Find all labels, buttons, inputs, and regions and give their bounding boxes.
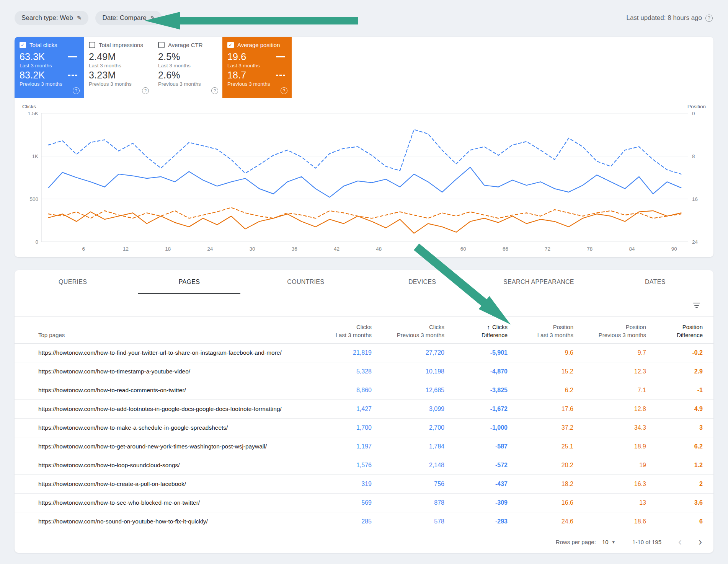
checkbox-unchecked-icon[interactable] (89, 42, 95, 48)
cell-value: -1 (646, 387, 703, 394)
cell-value: -4,870 (444, 368, 508, 375)
metric-cards: ✓Total clicks63.3KLast 3 months83.2KPrev… (15, 37, 713, 98)
cell-value: 5,328 (295, 368, 372, 375)
cell-value: 19 (573, 462, 646, 469)
checkbox-unchecked-icon[interactable] (158, 42, 165, 48)
chevron-left-icon[interactable]: ‹ (678, 537, 682, 547)
cell-value: 1,576 (295, 462, 372, 469)
column-header-line1: Position (682, 324, 703, 330)
y-right-tick-label: 16 (692, 196, 698, 202)
sort-ascending-icon: ↑ (487, 324, 490, 330)
toolbar: Search type: Web✎Date: Compare✎ Last upd… (0, 0, 728, 25)
y-right-axis-title: Position (687, 104, 706, 109)
tab-countries[interactable]: COUNTRIES (248, 270, 364, 294)
chip-label: Search type: Web (21, 14, 73, 22)
solid-line-legend-icon (68, 56, 77, 57)
x-tick-label: 72 (545, 246, 550, 252)
column-header-line1: Clicks (356, 324, 372, 330)
page-url-link[interactable]: https://howtonow.com/how-to-create-a-pol… (15, 481, 295, 487)
pagination-bar: Rows per page: 10 ▾ 1-10 of 195 ‹ › (15, 531, 713, 553)
cell-value: 21,819 (295, 349, 372, 356)
column-header-position-previous-3-months[interactable]: PositionPrevious 3 months (573, 324, 646, 338)
metric-period-current: Last 3 months (89, 63, 148, 68)
cell-value: 13 (573, 499, 646, 506)
column-header-clicks-last-3-months[interactable]: ClicksLast 3 months (295, 324, 372, 338)
tab-queries[interactable]: QUERIES (15, 270, 131, 294)
help-icon[interactable]: ? (73, 87, 80, 94)
x-tick-label: 54 (418, 246, 424, 252)
filter-icon[interactable] (692, 303, 701, 308)
table-row[interactable]: https://howtonow.com/how-to-create-a-pol… (15, 475, 713, 494)
cell-value: 18.2 (508, 481, 573, 487)
page-url-link[interactable]: https://howtonow.com/how-to-timestamp-a-… (15, 368, 295, 375)
metric-card-header: ✓Total clicks (20, 42, 79, 48)
page-url-link[interactable]: https://howtonow.com/no-sound-on-youtube… (15, 518, 295, 525)
tab-pages[interactable]: PAGES (131, 270, 247, 294)
help-icon[interactable]: ? (705, 15, 713, 22)
x-tick-label: 30 (250, 246, 255, 252)
page-url-link[interactable]: https://howtonow.com/how-to-get-around-n… (15, 443, 295, 450)
chevron-right-icon[interactable]: › (699, 537, 702, 547)
table-row[interactable]: https://howtonow.com/how-to-get-around-n… (15, 437, 713, 456)
rows-per-page-select[interactable]: 10 ▾ (602, 539, 615, 545)
help-icon[interactable]: ? (142, 87, 149, 94)
filter-chip-search-type[interactable]: Search type: Web✎ (15, 11, 88, 25)
tab-devices[interactable]: DEVICES (364, 270, 480, 294)
cell-value: -1,000 (444, 424, 508, 431)
performance-chart: 1.5K1K5000081624ClicksPosition6121824303… (22, 103, 706, 255)
x-tick-label: 84 (629, 246, 635, 252)
page-url-link[interactable]: https://howtonow.com/how-to-loop-soundcl… (15, 462, 295, 469)
cell-value: 12.3 (573, 368, 646, 375)
cell-value: -293 (444, 518, 508, 525)
metric-value-current: 19.6 (227, 51, 246, 62)
dimensions-panel: QUERIESPAGESCOUNTRIESDEVICESSEARCH APPEA… (15, 270, 713, 553)
metric-card-average-position[interactable]: ✓Average position19.6Last 3 months18.7Pr… (222, 37, 292, 98)
cell-value: -587 (444, 443, 508, 450)
table-row[interactable]: https://howtonow.com/how-to-make-a-sched… (15, 419, 713, 437)
dashed-line-legend-icon (276, 75, 285, 76)
table-filter-row (15, 294, 713, 317)
table-row[interactable]: https://howtonow.com/how-to-timestamp-a-… (15, 362, 713, 381)
page-url-link[interactable]: https://howtonow.com/how-to-read-comment… (15, 387, 295, 394)
filter-chip-date-compare[interactable]: Date: Compare✎ (95, 11, 162, 25)
checkbox-checked-icon[interactable]: ✓ (20, 42, 26, 48)
x-tick-label: 66 (503, 246, 508, 252)
cell-value: 2.9 (646, 368, 703, 375)
metric-card-average-ctr[interactable]: Average CTR2.5%Last 3 months2.6%Previous… (153, 37, 222, 98)
column-header-clicks-previous-3-months[interactable]: ClicksPrevious 3 months (372, 324, 444, 338)
checkbox-checked-icon[interactable]: ✓ (227, 42, 234, 48)
cell-value: 7.1 (573, 387, 646, 394)
column-header-top-pages[interactable]: Top pages (15, 332, 295, 338)
tab-dates[interactable]: DATES (597, 270, 713, 294)
cell-value: 24.6 (508, 518, 573, 525)
page-url-link[interactable]: https://howtonow.com/how-to-find-your-tw… (15, 349, 295, 356)
table-row[interactable]: https://howtonow.com/how-to-read-comment… (15, 381, 713, 400)
column-header-clicks-difference[interactable]: ↑ClicksDifference (444, 324, 508, 338)
metric-value-current: 63.3K (20, 51, 45, 62)
metric-value-previous: 2.6% (158, 70, 180, 81)
cell-value: -572 (444, 462, 508, 469)
cell-value: 15.2 (508, 368, 573, 375)
column-header-position-difference[interactable]: PositionDifference (646, 324, 703, 338)
cell-value: -309 (444, 499, 508, 506)
chart-area: 1.5K1K5000081624ClicksPosition6121824303… (15, 98, 713, 257)
page-url-link[interactable]: https://howtonow.com/how-to-see-who-bloc… (15, 499, 295, 506)
metric-period-previous: Previous 3 months (227, 81, 287, 87)
tab-search-appearance[interactable]: SEARCH APPEARANCE (480, 270, 597, 294)
metric-card-total-impressions[interactable]: Total impressions2.49MLast 3 months3.23M… (84, 37, 153, 98)
performance-panel: ✓Total clicks63.3KLast 3 months83.2KPrev… (15, 37, 713, 257)
table-row[interactable]: https://howtonow.com/how-to-loop-soundcl… (15, 456, 713, 475)
help-icon[interactable]: ? (211, 87, 218, 94)
metric-card-total-clicks[interactable]: ✓Total clicks63.3KLast 3 months83.2KPrev… (15, 37, 84, 98)
table-row[interactable]: https://howtonow.com/how-to-add-footnote… (15, 400, 713, 419)
column-header-position-last-3-months[interactable]: PositionLast 3 months (508, 324, 573, 338)
table-row[interactable]: https://howtonow.com/how-to-see-who-bloc… (15, 494, 713, 512)
page-url-link[interactable]: https://howtonow.com/how-to-add-footnote… (15, 406, 295, 412)
table-row[interactable]: https://howtonow.com/no-sound-on-youtube… (15, 512, 713, 531)
cell-value: 1,427 (295, 406, 372, 412)
page-url-link[interactable]: https://howtonow.com/how-to-make-a-sched… (15, 424, 295, 431)
cell-value: 578 (372, 518, 444, 525)
table-row[interactable]: https://howtonow.com/how-to-find-your-tw… (15, 344, 713, 362)
rows-per-page-label: Rows per page: (556, 539, 596, 545)
help-icon[interactable]: ? (281, 87, 287, 94)
